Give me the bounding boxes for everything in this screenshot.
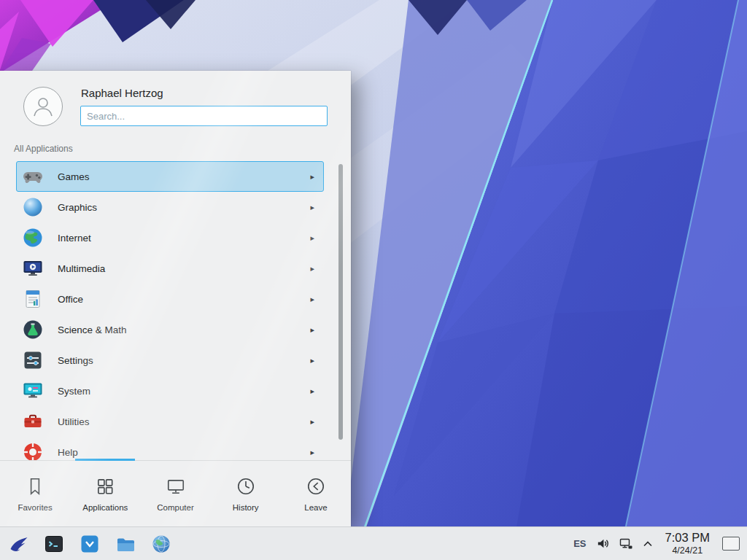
browser-globe-icon — [151, 534, 171, 554]
network-icon[interactable] — [619, 537, 633, 551]
games-icon — [21, 165, 44, 188]
category-row-settings[interactable]: Settings ▸ — [16, 345, 324, 376]
category-label: Graphics — [58, 202, 310, 213]
taskbar: ES 7:03 PM — [0, 526, 747, 560]
tab-label: Favorites — [18, 503, 52, 512]
category-label: Multimedia — [58, 263, 310, 274]
category-row-help[interactable]: Help ▸ — [16, 437, 324, 460]
category-label: Utilities — [58, 416, 310, 427]
submenu-arrow-icon: ▸ — [310, 387, 314, 395]
submenu-arrow-icon: ▸ — [310, 326, 314, 334]
tab-label: Leave — [304, 503, 327, 512]
category-row-games[interactable]: Games ▸ — [16, 161, 324, 192]
tab-leave[interactable]: Leave — [281, 461, 351, 526]
software-center-app-button[interactable] — [79, 533, 101, 555]
folder-icon — [115, 534, 136, 554]
submenu-arrow-icon: ▸ — [310, 357, 314, 365]
clock-icon — [236, 476, 256, 497]
kali-start-menu-button[interactable] — [7, 533, 29, 555]
tab-applications[interactable]: Applications — [70, 461, 140, 526]
submenu-arrow-icon: ▸ — [310, 448, 314, 456]
tab-history[interactable]: History — [211, 461, 281, 526]
submenu-arrow-icon: ▸ — [310, 203, 314, 211]
file-manager-app-button[interactable] — [115, 533, 136, 555]
terminal-app-button[interactable] — [43, 533, 65, 555]
clock-date: 4/24/21 — [665, 545, 710, 556]
category-label: Settings — [58, 355, 310, 366]
software-center-icon — [80, 534, 100, 554]
tab-favorites[interactable]: Favorites — [0, 461, 70, 526]
launcher-header: Raphael Hertzog — [0, 71, 351, 135]
category-label: Games — [58, 171, 310, 182]
expand-tray-icon[interactable] — [643, 540, 653, 548]
scrollbar-thumb[interactable] — [338, 164, 343, 440]
computer-icon — [166, 476, 186, 497]
graphics-icon — [21, 195, 44, 219]
category-label: Help — [58, 447, 310, 458]
category-row-internet[interactable]: Internet ▸ — [16, 222, 324, 253]
show-desktop-button[interactable] — [722, 537, 740, 551]
category-row-multimedia[interactable]: Multimedia ▸ — [16, 253, 324, 284]
category-label: System — [58, 386, 310, 397]
category-label: Internet — [58, 233, 310, 244]
internet-globe-icon — [21, 226, 44, 249]
utilities-toolbox-icon — [21, 410, 44, 433]
terminal-icon — [44, 534, 64, 554]
category-row-graphics[interactable]: Graphics ▸ — [16, 192, 324, 222]
category-row-office[interactable]: Office ▸ — [16, 284, 324, 314]
submenu-arrow-icon: ▸ — [310, 265, 314, 273]
user-avatar[interactable] — [23, 87, 63, 126]
submenu-arrow-icon: ▸ — [310, 234, 314, 242]
submenu-arrow-icon: ▸ — [310, 295, 314, 303]
user-icon — [31, 94, 55, 119]
search-input[interactable] — [80, 106, 328, 126]
launcher-tab-bar: Favorites Applications C — [0, 460, 351, 526]
multimedia-icon — [21, 257, 44, 280]
web-browser-app-button[interactable] — [150, 533, 172, 555]
clock-time: 7:03 PM — [665, 531, 710, 545]
category-row-utilities[interactable]: Utilities ▸ — [16, 406, 324, 437]
user-name: Raphael Hertzog — [81, 87, 328, 99]
category-label: Science & Math — [58, 324, 310, 335]
category-label: Office — [58, 294, 310, 305]
submenu-arrow-icon: ▸ — [310, 418, 314, 426]
help-lifebuoy-icon — [21, 440, 44, 460]
tab-computer[interactable]: Computer — [140, 461, 210, 526]
application-launcher-menu: Raphael Hertzog All Applications Games ▸ — [0, 71, 351, 526]
system-monitor-icon — [21, 379, 44, 402]
office-document-icon — [21, 287, 44, 311]
kali-dragon-icon — [8, 534, 28, 554]
volume-icon[interactable] — [596, 537, 610, 551]
tab-label: History — [233, 503, 259, 512]
tab-label: Computer — [157, 503, 194, 512]
bookmark-icon — [25, 476, 45, 497]
settings-sliders-icon — [21, 349, 44, 372]
category-row-science-math[interactable]: Science & Math ▸ — [16, 314, 324, 345]
desktop: Raphael Hertzog All Applications Games ▸ — [0, 0, 747, 560]
category-row-system[interactable]: System ▸ — [16, 376, 324, 406]
digital-clock[interactable]: 7:03 PM 4/24/21 — [665, 531, 710, 556]
category-list: Games ▸ Graphics ▸ Inte — [0, 161, 351, 460]
grid-icon — [95, 476, 115, 497]
section-label: All Applications — [0, 135, 351, 154]
science-flask-icon — [21, 318, 44, 341]
tab-label: Applications — [82, 503, 128, 512]
submenu-arrow-icon: ▸ — [310, 173, 314, 181]
leave-back-icon — [306, 476, 326, 497]
keyboard-layout-indicator[interactable]: ES — [573, 538, 586, 549]
